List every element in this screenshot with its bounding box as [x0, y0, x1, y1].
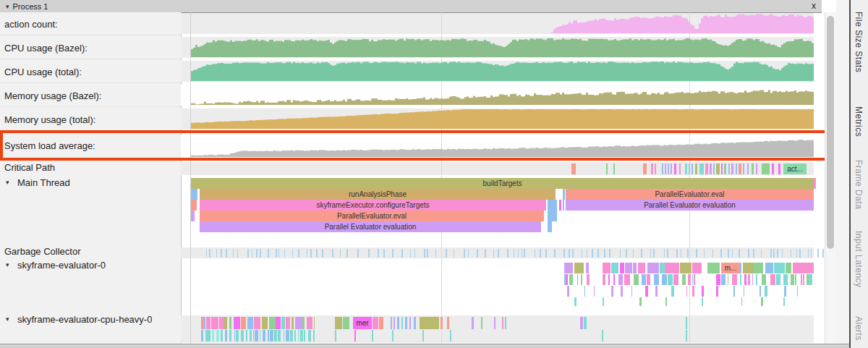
trace-slice[interactable]	[756, 274, 757, 285]
trace-slice[interactable]	[391, 317, 392, 329]
trace-slice[interactable]	[803, 274, 804, 285]
trace-slice[interactable]	[743, 164, 744, 174]
trace-slice[interactable]	[811, 249, 812, 258]
trace-slice[interactable]	[660, 263, 665, 273]
tab-frame-data[interactable]: Frame Data	[854, 160, 864, 209]
trace-slice[interactable]	[695, 164, 697, 174]
trace-slice[interactable]	[269, 317, 276, 329]
trace-slice[interactable]	[647, 263, 659, 273]
trace-slice[interactable]	[671, 286, 674, 297]
trace-slice[interactable]	[505, 317, 506, 329]
trace-slice[interactable]	[784, 286, 786, 297]
trace-slice[interactable]	[587, 249, 587, 258]
trace-slice[interactable]	[613, 274, 615, 285]
trace-slice[interactable]	[681, 249, 681, 258]
trace-slice-parallelevaluatorevaluation[interactable]: Parallel Evaluator evaluation	[200, 221, 541, 232]
trace-slice[interactable]	[401, 317, 403, 329]
trace-slice[interactable]	[262, 317, 268, 329]
trace-slice[interactable]	[603, 263, 610, 273]
trace-slice[interactable]	[809, 274, 812, 285]
trace-slice[interactable]	[340, 249, 341, 258]
counter-chart-memory-usage--bazel-[interactable]	[191, 85, 814, 105]
trace-slice[interactable]	[710, 164, 712, 174]
trace-slice[interactable]	[548, 211, 557, 221]
trace-slice[interactable]	[298, 330, 299, 341]
trace-slice[interactable]	[481, 317, 482, 329]
trace-slice[interactable]	[728, 164, 730, 174]
trace-slice[interactable]	[191, 189, 197, 200]
trace-slice[interactable]	[524, 249, 525, 258]
trace-slice[interactable]	[777, 249, 778, 258]
trace-slice[interactable]	[414, 317, 416, 329]
trace-slice[interactable]	[307, 249, 307, 258]
trace-slice[interactable]	[219, 317, 224, 329]
trace-slice[interactable]	[221, 330, 223, 341]
trace-slice[interactable]	[620, 263, 624, 273]
trace-slice[interactable]	[567, 286, 569, 297]
trace-slice[interactable]	[379, 317, 383, 329]
trace-slice[interactable]	[332, 249, 333, 258]
trace-slice[interactable]	[770, 274, 775, 285]
trace-slice[interactable]	[472, 317, 474, 329]
trace-slice[interactable]	[791, 274, 794, 285]
trace-slice[interactable]	[405, 317, 407, 329]
trace-slice[interactable]	[372, 330, 373, 341]
trace-slice[interactable]	[680, 263, 692, 273]
trace-slice[interactable]	[206, 317, 210, 329]
trace-slice[interactable]	[292, 249, 293, 258]
track-label[interactable]: ▾skyframe-evaluator-cpu-heavy-0	[0, 313, 181, 326]
trace-slice[interactable]	[414, 249, 415, 258]
trace-slice[interactable]	[357, 249, 359, 258]
trace-slice[interactable]	[797, 286, 798, 297]
trace-slice[interactable]	[563, 200, 564, 211]
trace-slice-parallelevaluatoreval[interactable]: ParallelEvaluator.eval	[566, 189, 814, 200]
trace-slice[interactable]	[256, 249, 258, 258]
trace-slice[interactable]	[692, 286, 694, 297]
trace-slice[interactable]	[662, 274, 667, 285]
trace-slice[interactable]	[559, 200, 561, 211]
trace-slice[interactable]	[731, 164, 733, 174]
trace-slice[interactable]	[814, 178, 816, 189]
tab-metrics[interactable]: Metrics	[854, 106, 864, 137]
trace-slice[interactable]	[454, 249, 454, 258]
trace-slice[interactable]	[581, 274, 582, 285]
trace-slice[interactable]	[739, 164, 741, 174]
trace-slice[interactable]	[625, 263, 632, 273]
trace-slice[interactable]	[626, 249, 627, 258]
trace-slice[interactable]	[692, 164, 693, 174]
trace-slice[interactable]	[817, 249, 819, 258]
trace-slice[interactable]	[290, 330, 293, 341]
trace-slice[interactable]	[707, 263, 720, 273]
trace-slice[interactable]	[268, 249, 269, 258]
trace-slice[interactable]	[606, 164, 608, 174]
trace-slice[interactable]	[582, 249, 582, 258]
trace-slice[interactable]	[278, 249, 279, 258]
trace-slice[interactable]	[733, 286, 735, 297]
trace-slice[interactable]	[620, 249, 621, 258]
trace-slice[interactable]	[252, 249, 252, 258]
trace-slice[interactable]	[748, 274, 750, 285]
trace-slice[interactable]	[435, 249, 436, 258]
trace-slice[interactable]	[773, 249, 775, 258]
trace-slice[interactable]	[284, 249, 285, 258]
trace-slice[interactable]	[313, 330, 315, 341]
trace-slice[interactable]	[208, 330, 210, 341]
trace-slice[interactable]	[545, 249, 547, 258]
trace-slice[interactable]	[783, 274, 788, 285]
counter-chart-cpu-usage--bazel-[interactable]	[191, 38, 814, 57]
trace-slice[interactable]	[260, 330, 260, 341]
trace-slice[interactable]	[744, 286, 744, 297]
trace-slice[interactable]	[808, 249, 809, 258]
trace-slice[interactable]	[447, 317, 449, 329]
trace-slice[interactable]	[791, 249, 791, 258]
trace-slice[interactable]	[584, 317, 587, 329]
trace-slice[interactable]	[216, 249, 217, 258]
trace-slice[interactable]	[354, 330, 356, 341]
trace-slice[interactable]	[535, 249, 535, 258]
trace-slice[interactable]	[322, 249, 323, 258]
trace-slice[interactable]	[498, 249, 499, 258]
trace-slice[interactable]	[654, 274, 659, 285]
trace-slice[interactable]	[294, 330, 296, 341]
trace-slice[interactable]	[241, 330, 244, 341]
trace-slice[interactable]	[206, 249, 207, 258]
